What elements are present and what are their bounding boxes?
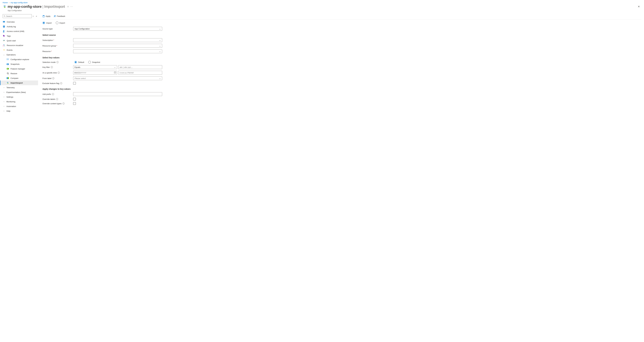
info-icon[interactable]: i	[58, 72, 60, 74]
info-icon[interactable]: i	[51, 66, 53, 68]
nav-compare[interactable]: Compare	[0, 76, 38, 80]
resource-group-select[interactable]: ⌄	[73, 44, 162, 48]
quickstart-icon	[3, 40, 5, 42]
override-labels-checkbox[interactable]	[73, 98, 76, 100]
svg-point-17	[7, 64, 8, 65]
import-export-icon	[3, 5, 7, 9]
iam-icon	[3, 30, 5, 32]
nav-feature-manager[interactable]: Feature manager	[0, 66, 38, 71]
export-radio[interactable]: Export	[56, 22, 65, 24]
breadcrumb-sep-icon: ›	[9, 2, 9, 4]
breadcrumb: Home › my-app-config-store	[0, 0, 644, 4]
svg-rect-5	[3, 26, 4, 26]
collapse-icon[interactable]: «	[36, 15, 37, 17]
resource-select[interactable]: ⌄	[73, 49, 162, 53]
svg-rect-6	[3, 27, 4, 27]
info-icon[interactable]: i	[52, 77, 54, 79]
nav-access-control[interactable]: Access control (IAM)	[0, 29, 38, 34]
apply-button[interactable]: Apply	[42, 15, 50, 18]
page-title: my-app-config-store	[8, 5, 42, 9]
select-source-heading: Select source	[42, 34, 641, 36]
nav-help[interactable]: › Help	[0, 109, 38, 113]
svg-point-11	[4, 46, 5, 46]
selection-mode-label: Selection modei	[42, 61, 73, 63]
info-icon[interactable]: i	[52, 93, 54, 95]
nav-snapshots[interactable]: Snapshots	[0, 62, 38, 66]
nav-overview[interactable]: Overview	[0, 20, 38, 24]
page-subtitle: Import/export	[44, 5, 65, 9]
from-label-label: From labeli	[42, 77, 73, 79]
feedback-icon	[54, 15, 56, 18]
sidebar: ◇ « Overview Activity log Access control…	[0, 13, 38, 119]
info-icon[interactable]: i	[56, 61, 58, 63]
nav-tags[interactable]: Tags	[0, 34, 38, 38]
source-type-label: Source type	[42, 28, 73, 30]
selection-mode-default-radio[interactable]: Default	[74, 61, 84, 64]
restore-icon	[6, 72, 9, 75]
close-icon[interactable]: ✕	[638, 5, 640, 8]
nav-restore[interactable]: Restore	[0, 71, 38, 76]
nav-experimentation[interactable]: › Experimentation (New)	[0, 90, 38, 95]
favorite-icon[interactable]: ☆	[67, 5, 69, 8]
save-icon	[42, 15, 45, 18]
import-export-small-icon	[6, 82, 9, 84]
chevron-right-icon: ›	[3, 105, 5, 107]
svg-point-10	[3, 46, 4, 46]
date-input[interactable]	[73, 71, 117, 75]
sort-icon[interactable]: ◇	[33, 15, 34, 17]
svg-point-12	[7, 59, 7, 59]
key-filter-operator-select[interactable]: Equals ⌄	[73, 65, 117, 69]
nav-resource-visualizer[interactable]: Resource visualizer	[0, 43, 38, 48]
add-prefix-input[interactable]	[73, 92, 162, 96]
overview-icon	[3, 21, 5, 23]
svg-rect-3	[3, 21, 5, 22]
nav-settings[interactable]: › Settings	[0, 95, 38, 99]
feedback-button[interactable]: Feedback	[54, 15, 65, 18]
nav-configuration-explorer[interactable]: Configuration explorer	[0, 57, 38, 62]
time-input[interactable]	[118, 71, 162, 75]
nav-quick-start[interactable]: Quick start	[0, 38, 38, 43]
resource-group-label: Resource group*	[42, 45, 73, 47]
svg-point-9	[4, 44, 4, 45]
override-labels-label: Override labelsi	[42, 98, 73, 100]
import-radio[interactable]: Import	[42, 22, 52, 24]
configuration-explorer-icon	[6, 59, 9, 60]
breadcrumb-home[interactable]: Home	[3, 2, 8, 4]
nav-activity-log[interactable]: Activity log	[0, 24, 38, 29]
source-type-select[interactable]: App Configuration ⌄	[73, 27, 162, 31]
info-icon[interactable]: i	[60, 82, 62, 84]
svg-point-14	[7, 60, 7, 60]
nav-telemetry[interactable]: › Telemetry	[0, 85, 38, 90]
chevron-down-icon: ⌄	[3, 54, 5, 56]
svg-rect-25	[114, 72, 116, 73]
search-input[interactable]	[3, 14, 32, 18]
title-separator: |	[42, 5, 43, 9]
chevron-right-icon: ›	[3, 96, 5, 98]
page-header: my-app-config-store | Import/export ☆ ··…	[0, 4, 644, 10]
feature-manager-icon	[6, 68, 9, 70]
chevron-right-icon: ›	[3, 110, 5, 112]
resource-label: Resource*	[42, 50, 73, 53]
override-content-types-checkbox[interactable]	[73, 102, 76, 105]
nav-operations[interactable]: ⌄ Operations	[0, 52, 38, 57]
override-content-types-label: Override content typesi	[42, 102, 73, 105]
info-icon[interactable]: i	[62, 102, 64, 104]
nav-events[interactable]: Events	[0, 48, 38, 52]
chevron-right-icon: ›	[3, 91, 5, 93]
nav-monitoring[interactable]: › Monitoring	[0, 99, 38, 104]
nav-automation[interactable]: › Automation	[0, 104, 38, 109]
exclude-feature-flag-checkbox[interactable]	[73, 82, 76, 85]
more-icon[interactable]: ···	[70, 5, 73, 8]
chevron-down-icon: ⌄	[159, 50, 161, 53]
calendar-icon[interactable]	[114, 72, 116, 74]
tags-icon	[3, 35, 5, 37]
info-icon[interactable]: i	[56, 98, 58, 100]
breadcrumb-resource[interactable]: my-app-config-store	[10, 2, 28, 4]
svg-line-1	[5, 17, 5, 17]
key-filter-input[interactable]	[118, 65, 162, 69]
from-label-select[interactable]: Please select ⌄	[73, 76, 162, 80]
nav-import-export[interactable]: Import/export	[0, 80, 38, 85]
svg-rect-23	[43, 15, 44, 16]
subscription-select[interactable]: ⌄	[73, 38, 162, 42]
selection-mode-snapshot-radio[interactable]: Snapshot	[88, 61, 100, 64]
